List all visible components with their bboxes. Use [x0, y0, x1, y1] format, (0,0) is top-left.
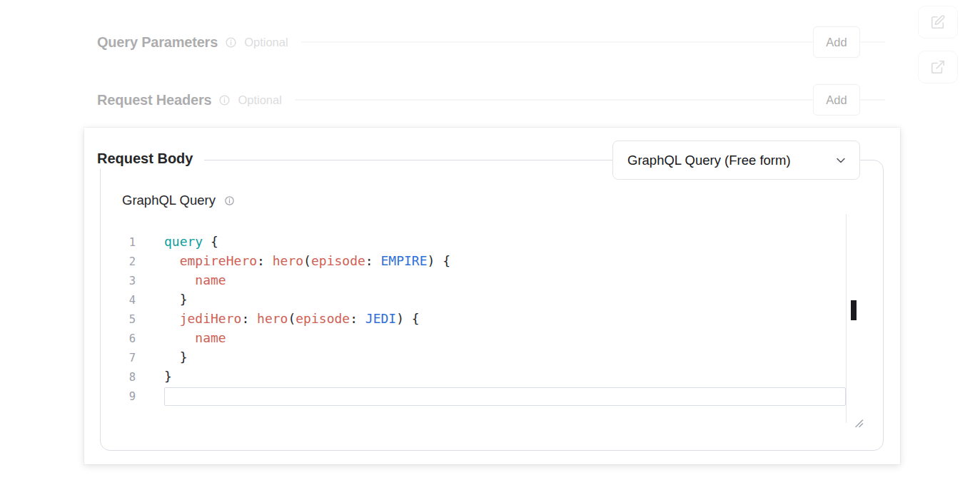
- code-text: }: [164, 367, 846, 387]
- code-token: (: [288, 311, 295, 326]
- code-token: JEDI: [365, 311, 396, 326]
- code-line[interactable]: 7 }: [118, 348, 846, 367]
- code-token: [164, 330, 195, 345]
- code-token: hero: [257, 311, 288, 326]
- line-number: 5: [118, 313, 136, 326]
- code-token: EMPIRE: [381, 253, 428, 268]
- body-type-select[interactable]: GraphQL Query (Free form): [612, 141, 860, 180]
- divider: [860, 41, 885, 43]
- code-token: query: [164, 234, 203, 249]
- add-query-parameter-button[interactable]: Add: [813, 26, 860, 58]
- code-lines: 1query {2 empireHero: hero(episode: EMPI…: [118, 233, 846, 406]
- line-number: 3: [118, 275, 136, 287]
- code-token: name: [195, 272, 226, 287]
- code-token: }: [164, 349, 188, 364]
- code-token: [164, 253, 180, 268]
- code-token: episode: [311, 253, 365, 268]
- code-token: :: [365, 253, 381, 268]
- code-token: episode: [295, 311, 350, 326]
- code-text: jediHero: hero(episode: JEDI) {: [164, 310, 846, 329]
- code-token: ) {: [396, 311, 420, 326]
- code-line[interactable]: 6 name: [118, 329, 846, 348]
- code-line[interactable]: 3 name: [118, 271, 846, 290]
- code-text: empireHero: hero(episode: EMPIRE) {: [164, 252, 846, 271]
- line-number: 6: [118, 332, 136, 345]
- graphql-editor[interactable]: 1query {2 empireHero: hero(episode: EMPI…: [118, 214, 862, 423]
- line-number: 7: [118, 352, 136, 364]
- graphql-query-label-row: GraphQL Query: [122, 193, 235, 208]
- request-headers-section: Request Headers Optional Add: [97, 84, 885, 116]
- body-type-select-value: GraphQL Query (Free form): [627, 153, 791, 168]
- chevron-down-icon: [834, 153, 848, 168]
- line-number: 9: [118, 390, 136, 403]
- code-text: [164, 387, 846, 406]
- code-text: name: [164, 271, 846, 290]
- code-token: }: [164, 292, 188, 307]
- code-token: name: [195, 330, 226, 345]
- line-number: 2: [118, 255, 136, 268]
- info-icon[interactable]: [225, 36, 237, 48]
- info-icon[interactable]: [218, 94, 231, 106]
- code-token: }: [164, 369, 172, 384]
- editor-scrollbar-thumb[interactable]: [851, 300, 857, 320]
- code-text: }: [164, 290, 846, 310]
- edit-button[interactable]: [918, 6, 958, 39]
- code-token: [164, 311, 180, 326]
- line-number: 4: [118, 294, 136, 307]
- divider: [295, 99, 813, 101]
- code-line[interactable]: 1query {: [118, 233, 846, 252]
- optional-hint: Optional: [238, 93, 281, 107]
- code-token: :: [350, 311, 365, 326]
- code-line[interactable]: 5 jediHero: hero(episode: JEDI) {: [118, 310, 846, 329]
- resize-handle[interactable]: [854, 418, 864, 428]
- code-line[interactable]: 4 }: [118, 290, 846, 310]
- external-link-icon: [930, 59, 946, 75]
- editor-scrollbar[interactable]: [846, 214, 862, 423]
- code-token: empireHero: [180, 253, 257, 268]
- code-token: :: [257, 253, 273, 268]
- add-request-header-button[interactable]: Add: [813, 84, 860, 116]
- query-parameters-title: Query Parameters: [97, 34, 218, 51]
- optional-hint: Optional: [244, 36, 288, 49]
- divider: [860, 99, 885, 101]
- code-text: name: [164, 329, 846, 348]
- code-line[interactable]: 8}: [118, 367, 846, 387]
- code-token: [164, 272, 195, 287]
- code-token: jediHero: [180, 311, 242, 326]
- code-line[interactable]: 9: [118, 387, 846, 406]
- open-external-button[interactable]: [918, 51, 958, 83]
- info-icon[interactable]: [224, 195, 235, 206]
- graphql-query-label: GraphQL Query: [122, 193, 216, 208]
- code-line[interactable]: 2 empireHero: hero(episode: EMPIRE) {: [118, 252, 846, 271]
- code-text: query {: [164, 233, 846, 252]
- code-token: {: [203, 234, 218, 249]
- code-token: hero: [273, 253, 303, 268]
- request-builder-page: Query Parameters Optional Add Request He…: [0, 0, 980, 485]
- pencil-square-icon: [930, 14, 946, 30]
- request-headers-title: Request Headers: [97, 92, 211, 108]
- line-number: 1: [118, 236, 136, 249]
- line-number: 8: [118, 371, 136, 384]
- divider: [301, 41, 813, 43]
- query-parameters-section: Query Parameters Optional Add: [97, 26, 885, 58]
- code-token: :: [241, 311, 257, 326]
- code-token: (: [303, 253, 311, 268]
- request-body-title: Request Body: [97, 148, 204, 169]
- code-token: ) {: [428, 253, 451, 268]
- code-text: }: [164, 348, 846, 367]
